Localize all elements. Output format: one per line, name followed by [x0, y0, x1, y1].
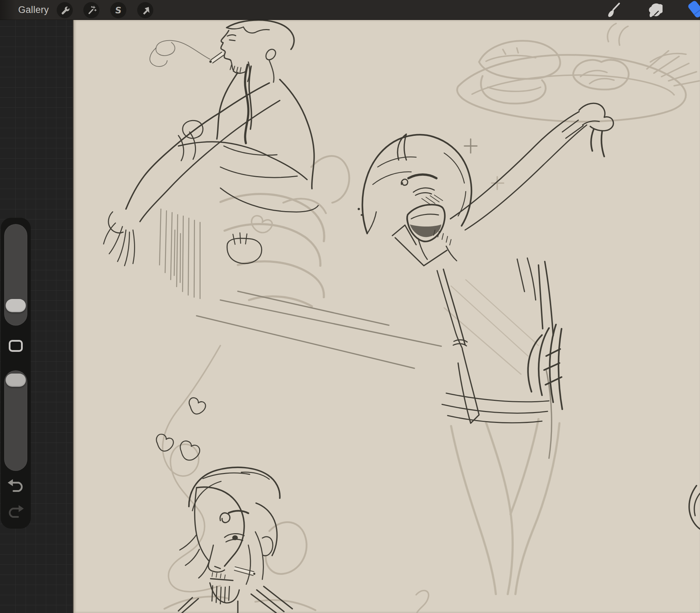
- smudge-finger-icon: [646, 1, 663, 19]
- redo-button[interactable]: [6, 503, 26, 520]
- transform-button[interactable]: [137, 2, 153, 18]
- eraser-icon: [685, 1, 700, 20]
- procreate-screen: Gallery: [0, 0, 700, 613]
- magic-wand-icon: [85, 4, 97, 16]
- top-toolbar: Gallery: [0, 0, 700, 20]
- smudge-tool-button[interactable]: [646, 2, 663, 18]
- adjustments-button[interactable]: [83, 2, 99, 18]
- arrow-cursor-icon: [139, 4, 151, 16]
- brush-sidebar: [1, 218, 31, 529]
- s-curve-icon: S: [114, 5, 122, 15]
- redo-icon: [7, 504, 25, 520]
- selection-button[interactable]: S: [110, 2, 126, 18]
- actions-button[interactable]: [57, 2, 73, 18]
- modify-button[interactable]: [9, 340, 23, 352]
- undo-button[interactable]: [6, 478, 26, 494]
- erase-tool-button[interactable]: [685, 2, 700, 18]
- brush-size-handle[interactable]: [6, 299, 26, 312]
- paint-tool-button[interactable]: [604, 2, 621, 18]
- sketch-artwork: [74, 20, 700, 613]
- undo-icon: [7, 478, 25, 494]
- brush-icon: [604, 1, 621, 19]
- wrench-icon: [59, 4, 71, 16]
- drawing-canvas[interactable]: [73, 20, 700, 613]
- opacity-handle[interactable]: [6, 374, 26, 387]
- gallery-button[interactable]: Gallery: [18, 0, 49, 20]
